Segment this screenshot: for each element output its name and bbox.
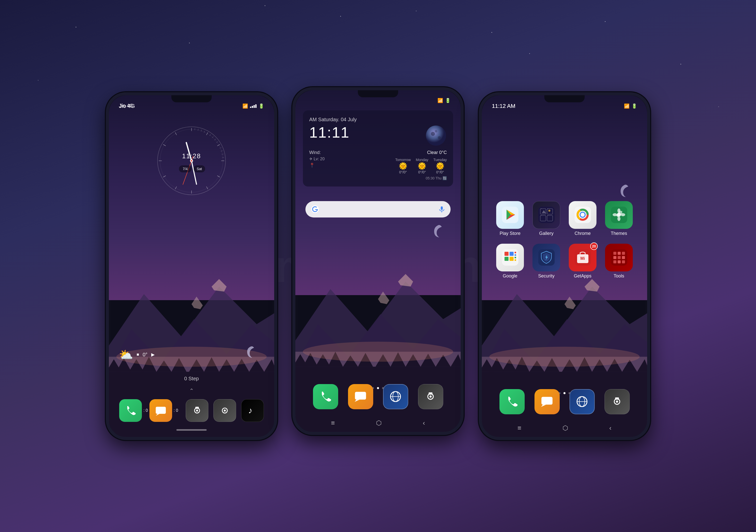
app-themes[interactable]: Themes bbox=[604, 201, 634, 236]
gallery-icon[interactable] bbox=[532, 201, 560, 229]
svg-marker-90 bbox=[355, 400, 360, 402]
svg-rect-148 bbox=[515, 257, 516, 258]
phones-container: Jio 4G 📶 🔋 Jio 4G bbox=[106, 92, 650, 440]
phone3-app-grid: Play Store bbox=[492, 201, 637, 286]
themes-label: Themes bbox=[610, 231, 627, 236]
phone1-pedometer: 0 Step bbox=[109, 376, 274, 382]
phone2-nav-back[interactable]: ‹ bbox=[423, 419, 425, 427]
app-chrome[interactable]: Chrome bbox=[568, 201, 598, 236]
phone3-dock bbox=[482, 389, 647, 414]
svg-point-49 bbox=[191, 160, 192, 162]
phone1-moon-deco bbox=[245, 345, 258, 360]
svg-point-83 bbox=[431, 132, 435, 136]
svg-line-43 bbox=[222, 154, 224, 154]
playstore-label: Play Store bbox=[500, 231, 520, 236]
tiktok-app-icon[interactable]: ♪ bbox=[241, 399, 264, 422]
app-row-2: Google bbox=[492, 244, 637, 279]
phone2-screen: 📶 🔋 AM Saturday. 04 July 11:11 bbox=[295, 90, 461, 432]
svg-text:Mi: Mi bbox=[580, 256, 585, 261]
phone1-vol-up bbox=[106, 146, 107, 166]
tools-icon[interactable] bbox=[605, 244, 633, 271]
phone3-status-bar: 11:12 AM 📶 🔋 bbox=[482, 103, 647, 109]
svg-rect-146 bbox=[515, 252, 516, 253]
phone2-dock-messages[interactable] bbox=[348, 384, 373, 409]
svg-rect-96 bbox=[429, 392, 432, 395]
phone3-dock-messages[interactable] bbox=[534, 389, 560, 414]
app-playstore[interactable]: Play Store bbox=[495, 201, 525, 236]
app-getapps[interactable]: Mi 20 GetApps bbox=[568, 244, 598, 279]
clock-svg: 7/4 Sat 11:28 bbox=[156, 125, 227, 196]
svg-rect-142 bbox=[504, 252, 508, 256]
themes-icon[interactable] bbox=[605, 201, 633, 229]
app-gallery[interactable]: Gallery bbox=[531, 201, 561, 236]
getapps-label: GetApps bbox=[574, 274, 591, 279]
app-google[interactable]: Google bbox=[495, 244, 525, 279]
phone3-dock-browser[interactable] bbox=[570, 389, 595, 414]
update-time: 05:30 Thu 🔄 bbox=[395, 176, 447, 180]
camera-app-icon2[interactable] bbox=[213, 399, 236, 422]
phone3-nav-back[interactable]: ‹ bbox=[609, 424, 611, 432]
svg-line-46 bbox=[192, 161, 197, 184]
phone2-nav-menu[interactable]: ≡ bbox=[331, 419, 335, 427]
phone3-nav-home[interactable]: ⬡ bbox=[562, 424, 568, 432]
signal-bar-4 bbox=[255, 104, 256, 108]
messages-app-icon[interactable] bbox=[149, 399, 172, 422]
phone3-status-icons: 📶 🔋 bbox=[624, 103, 637, 109]
phone1-swipe-up: ⌃ bbox=[189, 387, 194, 394]
phone1-carrier: Jio 4G bbox=[119, 103, 135, 109]
tools-label: Tools bbox=[614, 274, 624, 279]
chrome-label: Chrome bbox=[575, 231, 591, 236]
phone2-nav-bar: ≡ ⬡ ‹ bbox=[295, 419, 461, 427]
phone2-dock-phone[interactable] bbox=[313, 384, 338, 409]
weather-date: AM Saturday. 04 July bbox=[309, 117, 447, 122]
forecast-monday: Monday 🌞 0°/0° bbox=[416, 158, 428, 174]
svg-marker-166 bbox=[541, 405, 546, 407]
phone2-signal: 📶 bbox=[438, 98, 443, 103]
phone-app-icon[interactable] bbox=[119, 399, 142, 422]
app-tools[interactable]: Tools bbox=[604, 244, 634, 279]
svg-point-81 bbox=[303, 342, 453, 362]
phone-1-lockscreen: Jio 4G 📶 🔋 Jio 4G bbox=[106, 92, 277, 440]
google-icon[interactable] bbox=[496, 244, 524, 271]
svg-point-115 bbox=[489, 347, 640, 367]
svg-rect-165 bbox=[542, 397, 553, 405]
security-icon[interactable] bbox=[532, 244, 560, 271]
forecast-tomorrow: Tomorrow 🌞 0°/0° bbox=[395, 158, 411, 174]
wind-level: ✈ Lv: 20 bbox=[309, 156, 325, 161]
svg-rect-158 bbox=[622, 252, 625, 255]
getapps-icon[interactable]: Mi 20 bbox=[569, 244, 597, 271]
chrome-icon[interactable] bbox=[569, 201, 597, 229]
weather-time-large: 11:11 bbox=[309, 124, 350, 141]
phone1-vol-down bbox=[106, 173, 107, 194]
svg-rect-156 bbox=[613, 252, 616, 255]
phone3-moon-deco bbox=[618, 183, 632, 200]
phone2-nav-home[interactable]: ⬡ bbox=[376, 419, 382, 427]
svg-rect-172 bbox=[615, 397, 619, 400]
app-security[interactable]: Security bbox=[531, 244, 561, 279]
svg-point-137 bbox=[617, 217, 620, 221]
google-label: Google bbox=[503, 274, 517, 279]
playstore-icon[interactable] bbox=[496, 201, 524, 229]
mic-icon[interactable] bbox=[438, 205, 446, 213]
phone3-screen: 11:12 AM 📶 🔋 11:12 AM bbox=[482, 95, 647, 437]
svg-rect-87 bbox=[441, 206, 443, 210]
phone2-dock-browser[interactable] bbox=[383, 384, 408, 409]
svg-point-171 bbox=[616, 400, 618, 403]
weather-right: Clear 0°C Tomorrow 🌞 0°/0° Monday bbox=[395, 150, 447, 180]
phone1-gesture-bar bbox=[176, 429, 207, 431]
phone1-dock: : 0 : 0 ♪ bbox=[109, 399, 274, 422]
phone1-status-icons: 📶 🔋 bbox=[242, 103, 264, 109]
phone1-dock-phone[interactable]: : 0 : 0 bbox=[119, 399, 178, 422]
phone3-nav-menu[interactable]: ≡ bbox=[518, 424, 521, 432]
phone2-search-bar[interactable] bbox=[306, 201, 450, 218]
svg-rect-157 bbox=[618, 252, 621, 255]
phone2-dock-camera[interactable] bbox=[418, 384, 443, 409]
svg-text:Sat: Sat bbox=[197, 167, 202, 171]
weather-clouds: ⛅ bbox=[119, 348, 133, 361]
camera-app-icon1[interactable] bbox=[186, 399, 208, 422]
phone3-dock-camera[interactable] bbox=[605, 389, 630, 414]
svg-rect-163 bbox=[618, 260, 621, 263]
svg-point-84 bbox=[438, 136, 441, 139]
svg-rect-55 bbox=[156, 407, 166, 414]
phone3-dock-phone[interactable] bbox=[500, 389, 525, 414]
